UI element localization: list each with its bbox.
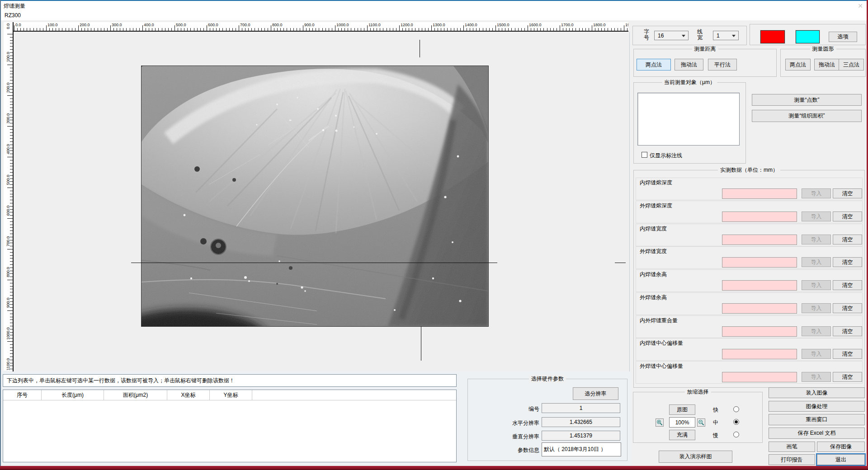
zoom-group: 放缩选择 — [633, 392, 763, 443]
measured-value-input[interactable] — [722, 188, 797, 199]
current-object-title: 当前测量对象（μm） — [662, 79, 717, 86]
clear-button[interactable]: 清空 — [833, 326, 862, 336]
ruler-major-tick — [7, 95, 13, 96]
number-field: 1 — [542, 403, 620, 413]
window-title: 焊缝测量 — [4, 2, 25, 10]
circle-method-button[interactable]: 三点法 — [839, 59, 864, 70]
speed-radio[interactable] — [733, 406, 739, 412]
measured-row-label: 外焊缝余高 — [638, 294, 668, 301]
measure-area-button[interactable]: 测量“组织面积” — [752, 110, 862, 122]
measured-value-input[interactable] — [722, 303, 797, 314]
clear-button[interactable]: 清空 — [833, 235, 862, 244]
zoom-in-icon[interactable] — [656, 418, 664, 427]
measured-row-label: 外焊缝宽度 — [638, 248, 668, 255]
line-width-value: 1 — [717, 33, 720, 39]
import-button[interactable]: 导入 — [802, 303, 831, 313]
select-resolution-button[interactable]: 选分辨率 — [573, 387, 618, 400]
current-object-listbox[interactable] — [637, 93, 740, 146]
circle-method-button[interactable]: 两点法 — [785, 59, 811, 70]
clear-button[interactable]: 清空 — [833, 280, 862, 290]
measured-value-input[interactable] — [722, 212, 797, 222]
measure-points-button[interactable]: 测量“点数” — [752, 94, 862, 106]
table-header-cell[interactable]: Y坐标 — [210, 390, 252, 400]
clear-button[interactable]: 清空 — [833, 372, 862, 382]
image-processing-button[interactable]: 图像处理 — [769, 401, 865, 412]
close-icon[interactable]: ✕ — [855, 2, 866, 10]
import-button[interactable]: 导入 — [802, 280, 831, 290]
save-excel-button[interactable]: 保存 Excel 文档 — [769, 428, 865, 439]
clear-button[interactable]: 清空 — [833, 212, 862, 221]
ruler-major-tick — [207, 25, 207, 31]
table-header-cell[interactable]: 序号 — [3, 390, 42, 400]
distance-method-button[interactable]: 拖动法 — [675, 59, 703, 70]
measure-distance-title: 测量距离 — [692, 45, 718, 53]
measured-row-label: 内焊缝熔深度 — [638, 179, 674, 187]
vertical-ruler — [4, 22, 13, 371]
redraw-window-button[interactable]: 重画窗口 — [769, 414, 865, 425]
secondary-color-swatch[interactable] — [796, 30, 820, 43]
zoom-percent-field[interactable]: 100% — [669, 417, 695, 428]
load-image-button[interactable]: 装入图像 — [769, 387, 865, 398]
measured-value-input[interactable] — [722, 372, 797, 382]
table-header-cell[interactable]: X坐标 — [167, 390, 210, 400]
line-width-select[interactable]: 1 — [713, 31, 739, 40]
window-border-bottom — [0, 466, 868, 470]
vertical-resolution-field: 1.451379 — [542, 431, 620, 441]
ruler-major-tick — [110, 25, 111, 31]
import-button[interactable]: 导入 — [802, 188, 831, 198]
measured-value-input[interactable] — [722, 280, 797, 291]
measured-value-input[interactable] — [722, 349, 797, 359]
pen-button[interactable]: 画笔 — [769, 442, 815, 452]
print-report-button[interactable]: 打印报告 — [769, 454, 815, 465]
clear-button[interactable]: 清空 — [833, 349, 862, 359]
zoom-out-icon[interactable] — [697, 418, 705, 427]
show-annotation-only-checkbox[interactable] — [642, 152, 647, 158]
measured-value-input[interactable] — [722, 235, 797, 245]
ruler-major-tick — [303, 25, 303, 31]
crosshair-horizontal — [131, 263, 497, 263]
speed-radio[interactable] — [733, 419, 739, 425]
speed-radio[interactable] — [733, 432, 739, 437]
measured-value-input[interactable] — [722, 257, 797, 268]
import-button[interactable]: 导入 — [802, 349, 831, 359]
font-size-select[interactable]: 16 — [654, 31, 689, 40]
load-demo-image-button[interactable]: 装入演示样图 — [659, 451, 732, 463]
import-button[interactable]: 导入 — [802, 257, 831, 267]
clear-button[interactable]: 清空 — [833, 303, 862, 313]
title-bar — [0, 0, 868, 20]
import-button[interactable]: 导入 — [802, 372, 831, 382]
field-label-hres: 水平分辨率 — [501, 419, 539, 427]
circle-method-button[interactable]: 拖动法 — [814, 59, 840, 70]
clear-button[interactable]: 清空 — [833, 188, 862, 198]
ruler-major-tick — [7, 280, 13, 280]
ruler-label: 1000.0 — [336, 23, 349, 27]
distance-method-button[interactable]: 平行法 — [708, 59, 737, 70]
import-button[interactable]: 导入 — [802, 212, 831, 221]
import-button[interactable]: 导入 — [802, 235, 831, 244]
table-header-cell[interactable]: 长度(μm) — [42, 390, 104, 400]
ruler-label: 1600.0 — [529, 23, 542, 27]
ruler-major-tick — [78, 25, 79, 31]
weld-micrograph-image[interactable] — [141, 66, 489, 327]
primary-color-swatch[interactable] — [760, 30, 785, 43]
exit-button[interactable]: 退出 — [817, 454, 865, 465]
ruler-major-tick — [431, 25, 432, 31]
fit-button[interactable]: 充满 — [669, 430, 695, 440]
clear-button[interactable]: 清空 — [833, 257, 862, 267]
options-button[interactable]: 选项 — [829, 32, 857, 42]
measurement-table[interactable]: 序号长度(μm)面积(μm2)X坐标Y坐标 — [3, 390, 457, 462]
font-size-label: 字号 — [643, 29, 650, 41]
save-image-button[interactable]: 保存图像 — [817, 442, 865, 452]
table-header-cell[interactable]: 面积(μm2) — [104, 390, 167, 400]
import-button[interactable]: 导入 — [802, 326, 831, 336]
menu-item-rz300[interactable]: RZ300 — [5, 12, 21, 19]
speed-label: 中 — [713, 419, 718, 427]
ruler-label: 1300.0 — [433, 23, 445, 27]
measured-value-input[interactable] — [722, 326, 797, 337]
distance-method-button[interactable]: 两点法 — [637, 59, 671, 70]
parameter-info-field[interactable]: 默认（ 2018年3月10日 ） — [542, 442, 621, 456]
ruler-label: 400.0 — [144, 23, 154, 27]
original-size-button[interactable]: 原图 — [669, 404, 695, 415]
ruler-major-tick — [142, 25, 143, 31]
ruler-label: 1800.0 — [593, 23, 606, 27]
